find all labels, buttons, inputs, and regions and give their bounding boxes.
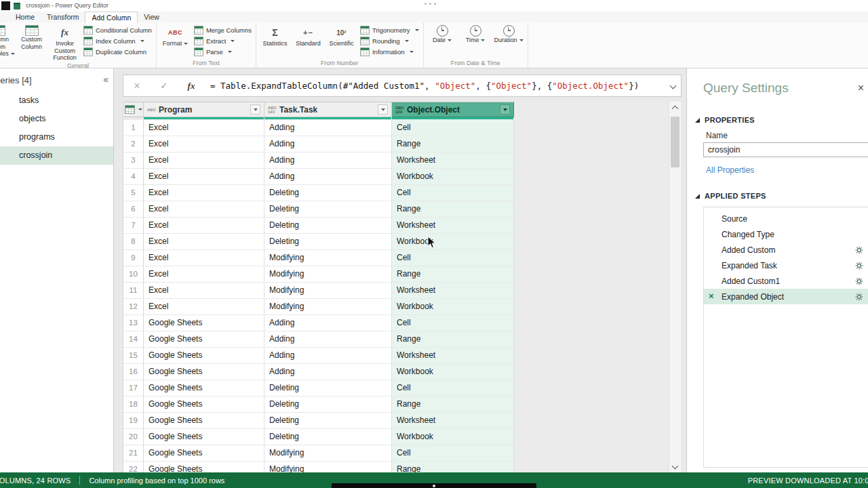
row-number[interactable]: 13 bbox=[123, 315, 144, 331]
cell[interactable]: Google Sheets bbox=[144, 364, 264, 380]
row-number[interactable]: 8 bbox=[123, 234, 144, 250]
row-number[interactable]: 1 bbox=[123, 120, 144, 136]
trigonometry-button[interactable]: Trigonometry bbox=[358, 25, 421, 35]
row-number[interactable]: 16 bbox=[123, 364, 144, 380]
column-header-program[interactable]: ABCProgram bbox=[144, 102, 264, 117]
cell[interactable]: Excel bbox=[144, 185, 264, 201]
cell[interactable]: Range bbox=[392, 331, 514, 348]
row-number[interactable]: 9 bbox=[123, 250, 144, 266]
cell[interactable]: Excel bbox=[144, 234, 264, 250]
query-item-crossjoin[interactable]: crossjoin bbox=[0, 146, 113, 165]
cell[interactable]: Google Sheets bbox=[144, 396, 264, 413]
column-profiling-status[interactable]: Column profiling based on top 1000 rows bbox=[89, 476, 224, 485]
applied-step-added-custom[interactable]: Added Custom bbox=[704, 242, 868, 258]
cell[interactable]: Worksheet bbox=[392, 348, 514, 364]
row-number[interactable]: 19 bbox=[123, 413, 144, 429]
row-number[interactable]: 7 bbox=[123, 218, 144, 234]
cell[interactable]: Adding bbox=[264, 348, 392, 364]
rounding-button[interactable]: Rounding bbox=[358, 36, 421, 46]
cell[interactable]: Modifying bbox=[264, 299, 392, 315]
query-item-objects[interactable]: objects bbox=[0, 110, 113, 128]
cell[interactable]: Modifying bbox=[264, 462, 392, 472]
conditional-column-button[interactable]: Conditional Column bbox=[81, 25, 154, 35]
cell[interactable]: Excel bbox=[144, 120, 264, 136]
cell[interactable]: Worksheet bbox=[392, 283, 514, 299]
vertical-scrollbar[interactable] bbox=[669, 102, 681, 472]
cell[interactable]: Deleting bbox=[264, 218, 392, 234]
column-header-object-object[interactable]: ABC123Object.Object bbox=[392, 102, 514, 117]
cell[interactable]: Worksheet bbox=[392, 413, 514, 429]
cell[interactable]: Range bbox=[392, 136, 514, 152]
cell[interactable]: Modifying bbox=[264, 445, 392, 462]
row-number[interactable]: 17 bbox=[123, 380, 144, 396]
cell[interactable]: Modifying bbox=[264, 266, 392, 283]
cell[interactable]: Range bbox=[392, 396, 514, 413]
cell[interactable]: Deleting bbox=[264, 234, 392, 250]
cell[interactable]: Workbook bbox=[392, 429, 514, 445]
tab-add-column[interactable]: Add Column bbox=[85, 12, 138, 23]
step-settings-gear-icon[interactable] bbox=[855, 246, 863, 254]
delete-step-icon[interactable]: × bbox=[709, 291, 714, 302]
cell[interactable]: Google Sheets bbox=[144, 331, 264, 348]
custom-column-button[interactable]: Custom Column bbox=[15, 23, 48, 62]
scrollbar-thumb[interactable] bbox=[671, 117, 679, 167]
cell[interactable]: Adding bbox=[264, 315, 392, 331]
applied-steps-section-header[interactable]: APPLIED STEPS bbox=[695, 192, 766, 200]
standard-button[interactable]: Standard bbox=[292, 23, 325, 59]
cell[interactable]: Excel bbox=[144, 169, 264, 185]
fx-button[interactable]: fx bbox=[178, 81, 205, 92]
cell[interactable]: Excel bbox=[144, 283, 264, 299]
cell[interactable]: Cell bbox=[392, 120, 514, 136]
format-button[interactable]: Format bbox=[159, 23, 192, 59]
row-number[interactable]: 12 bbox=[123, 299, 144, 315]
row-number[interactable]: 11 bbox=[123, 283, 144, 299]
cell[interactable]: Deleting bbox=[264, 413, 392, 429]
query-item-programs[interactable]: programs bbox=[0, 128, 113, 146]
query-name-input[interactable] bbox=[703, 142, 868, 157]
time-button[interactable]: Time bbox=[459, 23, 492, 59]
cell[interactable]: Excel bbox=[144, 152, 264, 169]
applied-step-changed-type[interactable]: Changed Type bbox=[704, 226, 868, 242]
cell[interactable]: Google Sheets bbox=[144, 348, 264, 364]
date-button[interactable]: Date bbox=[426, 23, 459, 59]
formula-input[interactable]: = Table.ExpandTableColumn(#"Added Custom… bbox=[205, 81, 665, 91]
invoke-custom-function-button[interactable]: Invoke Custom Function bbox=[48, 23, 81, 62]
applied-step-expanded-task[interactable]: Expanded Task bbox=[704, 258, 868, 273]
cell[interactable]: Modifying bbox=[264, 283, 392, 299]
applied-step-added-custom1[interactable]: Added Custom1 bbox=[704, 273, 868, 289]
cell[interactable]: Workbook bbox=[392, 299, 514, 315]
cell[interactable]: Google Sheets bbox=[144, 413, 264, 429]
scientific-button[interactable]: Scientific bbox=[325, 23, 358, 59]
tab-view[interactable]: View bbox=[138, 12, 165, 22]
row-number[interactable]: 22 bbox=[123, 462, 144, 472]
statistics-button[interactable]: Statistics bbox=[258, 23, 292, 59]
cell[interactable]: Adding bbox=[264, 136, 392, 152]
cell[interactable]: Workbook bbox=[392, 364, 514, 380]
column-header-task-task[interactable]: ABC123Task.Task bbox=[264, 102, 392, 117]
scroll-down-button[interactable] bbox=[669, 460, 681, 471]
duration-button[interactable]: Duration bbox=[492, 23, 526, 59]
cell[interactable]: Cell bbox=[392, 380, 514, 396]
select-all-button[interactable] bbox=[123, 102, 144, 117]
cell[interactable]: Excel bbox=[144, 201, 264, 218]
cell[interactable]: Cell bbox=[392, 185, 514, 201]
row-number[interactable]: 3 bbox=[123, 152, 144, 169]
extract-button[interactable]: Extract bbox=[192, 36, 254, 46]
cell[interactable]: Range bbox=[392, 201, 514, 218]
row-number[interactable]: 2 bbox=[123, 136, 144, 152]
row-number[interactable]: 5 bbox=[123, 185, 144, 201]
properties-section-header[interactable]: PROPERTIES bbox=[695, 116, 755, 124]
filter-button[interactable] bbox=[378, 104, 388, 115]
cell[interactable]: Excel bbox=[144, 266, 264, 283]
cell[interactable]: Adding bbox=[264, 364, 392, 380]
cell[interactable]: Deleting bbox=[264, 429, 392, 445]
column-from-examples-button[interactable]: Column From Examples bbox=[0, 23, 15, 62]
index-column-button[interactable]: Index Column bbox=[81, 36, 154, 46]
step-settings-gear-icon[interactable] bbox=[855, 293, 863, 301]
merge-columns-button[interactable]: Merge Columns bbox=[192, 25, 254, 35]
cell[interactable]: Deleting bbox=[264, 396, 392, 413]
cell[interactable]: Cell bbox=[392, 445, 514, 462]
close-pane-icon[interactable]: × bbox=[858, 82, 864, 94]
applied-step-expanded-object[interactable]: ×Expanded Object bbox=[704, 289, 868, 304]
row-number[interactable]: 20 bbox=[123, 429, 144, 445]
